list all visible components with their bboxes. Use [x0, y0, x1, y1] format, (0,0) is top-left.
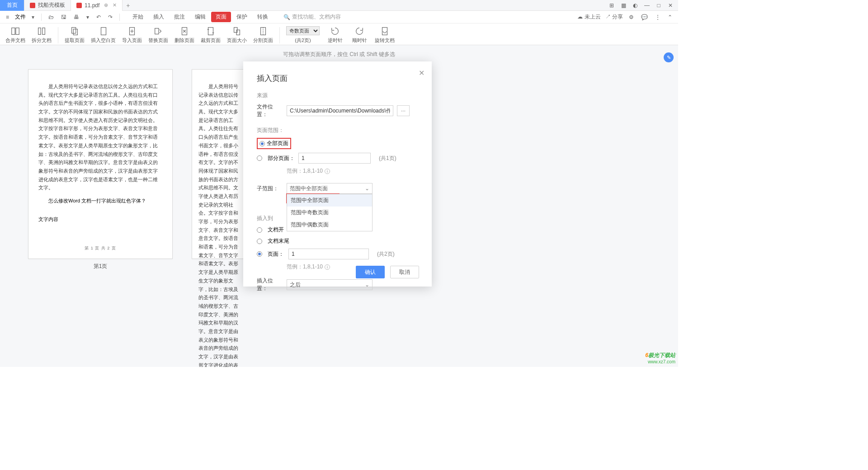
menu-tab-page[interactable]: 页面 [211, 12, 231, 22]
dropdown-opt-all[interactable]: 范围中全部页面 [287, 194, 372, 207]
share-button[interactable]: ↗ 分享 [605, 13, 623, 21]
page-filter-select[interactable]: 奇数页面 (共2页) [286, 26, 320, 44]
position-label: 插入位置： [257, 277, 283, 292]
rotate-cw-button[interactable]: 顺时针 [350, 26, 368, 44]
file-path-input[interactable] [287, 105, 393, 116]
crop-page-button[interactable]: 裁剪页面 [201, 26, 221, 44]
window-close-icon[interactable]: ✕ [665, 0, 676, 11]
tab-pdf[interactable]: 11.pdf⊕✕ [71, 0, 123, 11]
app-icon [30, 3, 35, 8]
file-label: 文件位置： [257, 103, 283, 118]
partial-total: (共1页) [379, 155, 396, 162]
all-pages-highlight: 全部页面 [257, 138, 291, 149]
subrange-dropdown: 范围中全部页面 范围中奇数页面 范围中偶数页面 [287, 194, 373, 231]
gear-icon[interactable]: ⚙ [627, 13, 635, 21]
grid-icon[interactable]: ▦ [618, 0, 629, 11]
assistant-icon[interactable]: ✎ [664, 52, 674, 62]
more-icon[interactable]: ⋮ [654, 13, 662, 21]
undo-icon[interactable]: ↶ [95, 13, 102, 21]
svg-rect-8 [155, 28, 159, 34]
page-thumb-1[interactable]: 是人类用符号记录表达信息以传之久远的方式和工具。现代文字大多是记录语言的工具。人… [28, 69, 173, 270]
svg-rect-5 [73, 29, 77, 35]
maximize-icon[interactable]: □ [653, 0, 665, 11]
page-size-button[interactable]: 页面大小 [227, 26, 247, 44]
svg-rect-0 [12, 28, 15, 35]
tab-home[interactable]: 首页 [0, 0, 24, 11]
rotate-doc-button[interactable]: 旋转文档 [375, 26, 395, 44]
partial-input[interactable] [298, 153, 371, 164]
page-body: 是人类用符号记录表达信息以传之久远的方式和工具。现代文字大多是记录语言的工具。人… [38, 82, 162, 192]
insert-page-dialog: 插入页面 ✕ 来源 文件位置： ··· 页面范围： 全部页面 部分页面： (共1… [243, 61, 432, 287]
layout-icon[interactable]: ⊞ [606, 0, 618, 11]
radio-doc-end[interactable] [257, 239, 262, 244]
import-page-button[interactable]: 导入页面 [122, 26, 142, 44]
browse-button[interactable]: ··· [397, 105, 410, 116]
radio-doc-start[interactable] [257, 227, 262, 233]
dropdown-opt-even[interactable]: 范围中偶数页面 [287, 219, 372, 231]
all-pages-label: 全部页面 [267, 140, 288, 147]
radio-all-pages[interactable] [259, 141, 265, 146]
radio-page[interactable] [257, 251, 262, 257]
partial-label: 部分页面： [268, 155, 295, 162]
page-body-2: 是人类用符号记录表达信息以传之久远的方式和工具。现代文字大多是记录语言的工具。人… [198, 82, 239, 367]
range-example: 范例：1,8,1-10i [287, 167, 418, 175]
menu-tab-edit[interactable]: 编辑 [190, 12, 210, 22]
svg-rect-3 [42, 28, 45, 35]
menu-tab-protect[interactable]: 保护 [232, 12, 252, 22]
close-tab-icon[interactable]: ✕ [113, 2, 117, 8]
radio-partial-pages[interactable] [257, 155, 262, 161]
page-footer: 第 1 页 共 2 页 [28, 245, 172, 251]
page-number-input[interactable] [288, 249, 369, 259]
menu-tab-annotate[interactable]: 批注 [170, 12, 189, 22]
info-icon[interactable]: i [325, 169, 330, 174]
cloud-status[interactable]: ☁ 未上云 [577, 13, 600, 21]
dialog-close-icon[interactable]: ✕ [419, 69, 425, 77]
svg-rect-6 [101, 28, 106, 35]
file-menu[interactable]: 文件 [15, 13, 26, 21]
menu-tab-convert[interactable]: 转换 [253, 12, 273, 22]
svg-rect-4 [72, 28, 76, 33]
range-label: 页面范围： [257, 127, 418, 134]
source-label: 来源 [257, 92, 418, 99]
dropdown-opt-odd[interactable]: 范围中奇数页面 [287, 207, 372, 219]
cancel-button[interactable]: 取消 [390, 266, 419, 278]
hamburger-icon[interactable]: ≡ [5, 13, 10, 21]
svg-rect-10 [208, 28, 213, 35]
merge-button[interactable]: 合并文档 [5, 26, 25, 44]
position-select[interactable]: 之后⌄ [287, 279, 373, 290]
dialog-title: 插入页面 [257, 73, 418, 84]
extract-button[interactable]: 提取页面 [65, 26, 85, 44]
user-icon[interactable]: ◐ [629, 0, 641, 11]
pdf-icon [76, 3, 82, 8]
minimize-icon[interactable]: — [641, 0, 653, 11]
chat-icon[interactable]: 💬 [640, 13, 649, 21]
add-tab-button[interactable]: + [123, 2, 133, 9]
redo-icon[interactable]: ↷ [107, 13, 114, 21]
info-icon-2[interactable]: i [325, 264, 330, 270]
svg-rect-2 [38, 28, 41, 35]
save-icon[interactable]: 🖫 [60, 13, 68, 21]
page-label: 第1页 [28, 263, 173, 270]
subrange-select[interactable]: 范围中全部页面⌄ 范围中全部页面 范围中奇数页面 范围中偶数页面 [287, 183, 373, 194]
search-icon: 🔍 [283, 14, 290, 20]
delete-page-button[interactable]: 删除页面 [175, 26, 194, 44]
split-page-button[interactable]: 分割页面 [253, 26, 273, 44]
search-box[interactable]: 🔍查找功能、文档内容 [283, 13, 341, 21]
menu-tab-insert[interactable]: 插入 [149, 12, 169, 22]
menu-tab-start[interactable]: 开始 [128, 12, 148, 22]
print-icon[interactable]: 🖶 [72, 13, 80, 21]
menu-bar: ≡ 文件▾ 🗁 🖫 🖶▾ ↶ ↷ 开始 插入 批注 编辑 页面 保护 转换 🔍查… [0, 11, 678, 24]
replace-page-button[interactable]: 替换页面 [148, 26, 168, 44]
doc-start-label: 文档开 [268, 226, 284, 234]
page-filter-dropdown[interactable]: 奇数页面 [286, 26, 320, 35]
ok-button[interactable]: 确认 [356, 266, 385, 278]
tab-template[interactable]: 找船壳模板 [24, 0, 71, 11]
menu-tabs: 开始 插入 批注 编辑 页面 保护 转换 [128, 12, 273, 22]
svg-rect-1 [16, 28, 19, 35]
pin-icon[interactable]: ⊕ [104, 2, 108, 8]
open-icon[interactable]: 🗁 [47, 13, 55, 21]
collapse-icon[interactable]: ⌃ [666, 13, 674, 21]
insert-blank-button[interactable]: 插入空白页 [91, 26, 116, 44]
rotate-ccw-button[interactable]: 逆时针 [326, 26, 344, 44]
split-doc-button[interactable]: 拆分文档 [32, 26, 52, 44]
